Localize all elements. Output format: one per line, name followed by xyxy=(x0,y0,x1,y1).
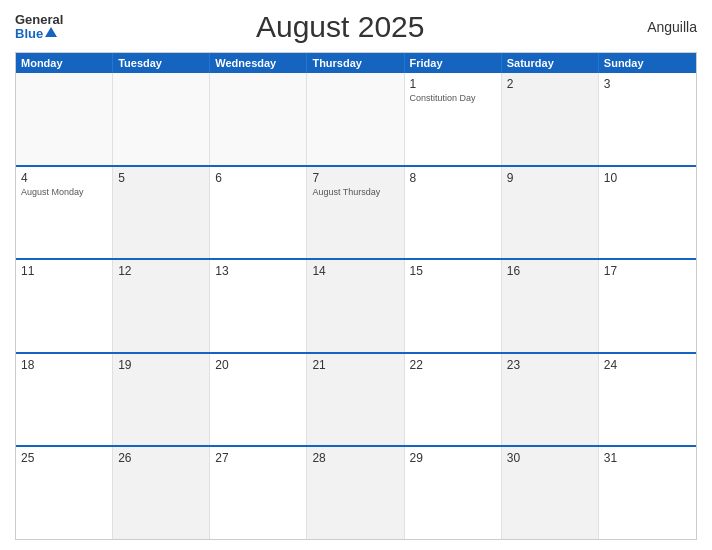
day-number: 20 xyxy=(215,358,301,372)
cal-cell: 8 xyxy=(405,167,502,259)
day-number: 27 xyxy=(215,451,301,465)
day-number: 11 xyxy=(21,264,107,278)
day-number: 8 xyxy=(410,171,496,185)
cal-cell: 10 xyxy=(599,167,696,259)
day-number: 1 xyxy=(410,77,496,91)
cal-cell: 14 xyxy=(307,260,404,352)
day-number: 7 xyxy=(312,171,398,185)
week-3: 11121314151617 xyxy=(16,258,696,352)
cal-cell: 3 xyxy=(599,73,696,165)
day-number: 9 xyxy=(507,171,593,185)
day-number: 14 xyxy=(312,264,398,278)
header-day-saturday: Saturday xyxy=(502,53,599,73)
day-number: 13 xyxy=(215,264,301,278)
cal-cell: 24 xyxy=(599,354,696,446)
day-number: 31 xyxy=(604,451,691,465)
week-1: 1Constitution Day23 xyxy=(16,73,696,165)
day-number: 18 xyxy=(21,358,107,372)
day-number: 19 xyxy=(118,358,204,372)
day-number: 22 xyxy=(410,358,496,372)
cal-cell: 29 xyxy=(405,447,502,539)
cal-cell: 2 xyxy=(502,73,599,165)
header-day-thursday: Thursday xyxy=(307,53,404,73)
day-event: Constitution Day xyxy=(410,93,496,105)
cal-cell: 15 xyxy=(405,260,502,352)
day-number: 29 xyxy=(410,451,496,465)
cal-cell: 12 xyxy=(113,260,210,352)
cal-cell: 17 xyxy=(599,260,696,352)
day-event: August Thursday xyxy=(312,187,398,199)
cal-cell: 25 xyxy=(16,447,113,539)
cal-cell: 21 xyxy=(307,354,404,446)
calendar-header: MondayTuesdayWednesdayThursdayFridaySatu… xyxy=(16,53,696,73)
header-day-friday: Friday xyxy=(405,53,502,73)
day-number: 21 xyxy=(312,358,398,372)
day-number: 15 xyxy=(410,264,496,278)
cal-cell: 26 xyxy=(113,447,210,539)
cal-cell: 31 xyxy=(599,447,696,539)
day-number: 2 xyxy=(507,77,593,91)
day-number: 24 xyxy=(604,358,691,372)
cal-cell: 11 xyxy=(16,260,113,352)
cal-cell: 7August Thursday xyxy=(307,167,404,259)
calendar: MondayTuesdayWednesdayThursdayFridaySatu… xyxy=(15,52,697,540)
cal-cell: 6 xyxy=(210,167,307,259)
day-event: August Monday xyxy=(21,187,107,199)
cal-cell: 16 xyxy=(502,260,599,352)
day-number: 10 xyxy=(604,171,691,185)
logo: General Blue xyxy=(15,13,63,42)
cal-cell: 19 xyxy=(113,354,210,446)
cal-cell: 30 xyxy=(502,447,599,539)
page-header: General Blue August 2025 Anguilla xyxy=(15,10,697,44)
logo-general: General xyxy=(15,13,63,27)
country-label: Anguilla xyxy=(617,19,697,35)
header-day-monday: Monday xyxy=(16,53,113,73)
day-number: 3 xyxy=(604,77,691,91)
cal-cell: 20 xyxy=(210,354,307,446)
day-number: 28 xyxy=(312,451,398,465)
header-day-sunday: Sunday xyxy=(599,53,696,73)
day-number: 5 xyxy=(118,171,204,185)
day-number: 17 xyxy=(604,264,691,278)
day-number: 4 xyxy=(21,171,107,185)
cal-cell: 1Constitution Day xyxy=(405,73,502,165)
header-day-tuesday: Tuesday xyxy=(113,53,210,73)
day-number: 6 xyxy=(215,171,301,185)
cal-cell: 9 xyxy=(502,167,599,259)
day-number: 23 xyxy=(507,358,593,372)
cal-cell: 22 xyxy=(405,354,502,446)
week-4: 18192021222324 xyxy=(16,352,696,446)
cal-cell: 28 xyxy=(307,447,404,539)
cal-cell: 23 xyxy=(502,354,599,446)
day-number: 12 xyxy=(118,264,204,278)
day-number: 30 xyxy=(507,451,593,465)
cal-cell xyxy=(307,73,404,165)
week-2: 4August Monday567August Thursday8910 xyxy=(16,165,696,259)
week-5: 25262728293031 xyxy=(16,445,696,539)
cal-cell: 27 xyxy=(210,447,307,539)
calendar-title: August 2025 xyxy=(63,10,617,44)
cal-cell: 5 xyxy=(113,167,210,259)
day-number: 26 xyxy=(118,451,204,465)
cal-cell xyxy=(16,73,113,165)
logo-blue: Blue xyxy=(15,27,43,41)
cal-cell xyxy=(113,73,210,165)
cal-cell xyxy=(210,73,307,165)
page: General Blue August 2025 Anguilla Monday… xyxy=(0,0,712,550)
calendar-body: 1Constitution Day234August Monday567Augu… xyxy=(16,73,696,539)
logo-triangle-icon xyxy=(45,27,57,37)
header-day-wednesday: Wednesday xyxy=(210,53,307,73)
day-number: 16 xyxy=(507,264,593,278)
cal-cell: 18 xyxy=(16,354,113,446)
day-number: 25 xyxy=(21,451,107,465)
cal-cell: 13 xyxy=(210,260,307,352)
cal-cell: 4August Monday xyxy=(16,167,113,259)
